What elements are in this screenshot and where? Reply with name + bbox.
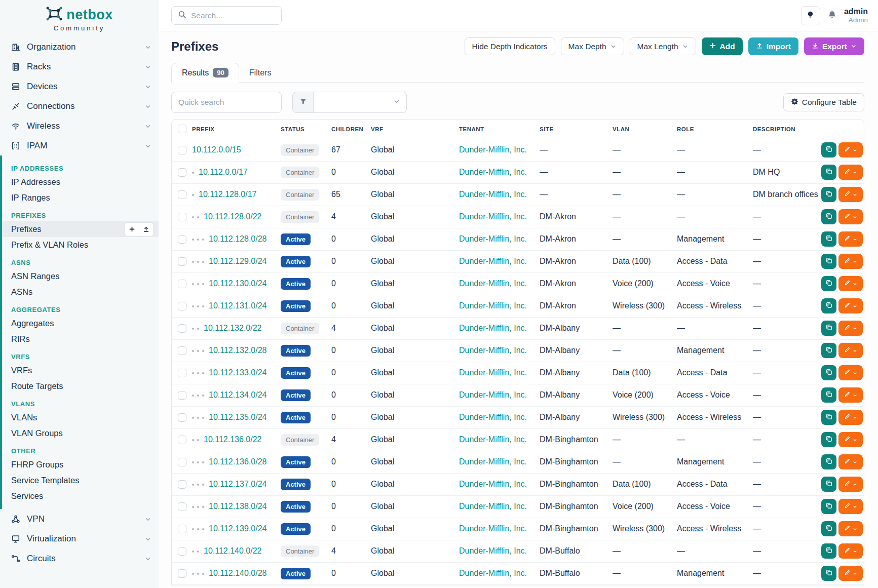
sidebar-item-fhrp-groups[interactable]: FHRP Groups [2,457,159,473]
edit-button[interactable] [838,521,863,536]
edit-button[interactable] [838,499,863,514]
children-count[interactable]: 65 [331,190,340,199]
quick-add-button[interactable] [125,222,139,237]
global-search[interactable] [171,6,282,25]
sidebar-item-prefixes[interactable]: Prefixes [2,221,159,237]
clone-button[interactable] [821,387,836,403]
row-checkbox[interactable] [178,525,186,533]
vlan-cell[interactable]: Voice (200) [613,495,677,518]
column-header-children[interactable]: CHILDREN [331,120,371,139]
column-header-status[interactable]: STATUS [281,120,331,139]
row-checkbox[interactable] [178,502,186,511]
sidebar-item-vlan-groups[interactable]: VLAN Groups [2,425,159,441]
sidebar-item-ip-addresses[interactable]: IP Addresses [2,174,159,190]
role-cell[interactable]: Access - Wireless [677,295,753,317]
children-count[interactable]: 0 [331,502,336,511]
prefix-link[interactable]: 10.112.134.0/24 [209,390,266,399]
sidebar-item-route-targets[interactable]: Route Targets [2,378,159,394]
role-cell[interactable]: Access - Voice [677,495,753,518]
sidebar-item-services[interactable]: Services [2,488,159,504]
sidebar-item-circuits[interactable]: Circuits [0,548,159,568]
edit-button[interactable] [838,254,863,269]
sidebar-item-devices[interactable]: Devices [0,76,159,96]
prefix-link[interactable]: 10.112.131.0/24 [209,301,266,310]
tab-filters[interactable]: Filters [239,64,282,82]
quick-import-button[interactable] [139,222,154,237]
site-cell[interactable]: DM-Akron [540,206,613,228]
clone-button[interactable] [821,566,836,581]
sidebar-item-vrfs[interactable]: VRFs [2,363,159,378]
clone-button[interactable] [821,165,836,180]
role-cell[interactable]: Management [677,562,753,584]
role-cell[interactable]: Access - Voice [677,272,753,295]
edit-button[interactable] [838,410,863,425]
site-cell[interactable]: DM-Binghamton [540,428,613,451]
edit-button[interactable] [838,454,863,469]
theme-toggle-button[interactable] [801,6,820,25]
prefix-link[interactable]: 10.112.138.0/24 [209,502,266,511]
role-cell[interactable]: Access - Data [677,250,753,272]
column-header-tenant[interactable]: TENANT [459,120,540,139]
tenant-link[interactable]: Dunder-Mifflin, Inc. [459,301,527,310]
role-cell[interactable]: Management [677,339,753,362]
notifications-button[interactable] [827,10,837,21]
edit-button[interactable] [838,298,863,313]
clone-button[interactable] [821,142,836,158]
tenant-link[interactable]: Dunder-Mifflin, Inc. [459,324,527,332]
clone-button[interactable] [821,432,836,447]
edit-button[interactable] [838,477,863,492]
site-cell[interactable]: DM-Akron [540,228,613,250]
edit-button[interactable] [838,566,863,581]
role-cell[interactable]: Access - Wireless [677,406,753,428]
clone-button[interactable] [821,521,836,536]
children-count[interactable]: 0 [331,368,336,377]
children-count[interactable]: 0 [331,457,336,466]
tenant-link[interactable]: Dunder-Mifflin, Inc. [459,368,527,377]
tenant-link[interactable]: Dunder-Mifflin, Inc. [459,457,527,466]
vlan-cell[interactable]: Data (100) [613,362,677,384]
role-cell[interactable]: Access - Data [677,473,753,495]
prefix-link[interactable]: 10.112.128.0/22 [204,212,261,221]
column-header-vrf[interactable]: VRF [371,120,459,139]
role-cell[interactable]: Access - Wireless [677,518,753,540]
vlan-cell[interactable]: Voice (200) [613,384,677,406]
prefix-link[interactable]: 10.112.129.0/24 [209,257,266,265]
sidebar-item-racks[interactable]: Racks [0,57,159,76]
prefix-link[interactable]: 10.112.128.0/17 [199,190,256,199]
row-checkbox[interactable] [178,569,186,578]
role-cell[interactable]: Management [677,451,753,473]
import-button[interactable]: Import [748,37,798,55]
children-count[interactable]: 0 [331,413,336,421]
clone-button[interactable] [821,209,836,224]
column-header-site[interactable]: SITE [540,120,613,139]
hide-depth-indicators-button[interactable]: Hide Depth Indicators [465,37,555,55]
children-count[interactable]: 0 [331,301,336,310]
quick-search-input[interactable] [171,92,282,113]
global-search-input[interactable] [191,11,267,20]
add-button[interactable]: Add [702,37,743,55]
max-length-dropdown[interactable]: Max Length [630,37,696,55]
row-checkbox[interactable] [178,235,186,244]
column-header-vlan[interactable]: VLAN [613,120,677,139]
edit-button[interactable] [838,165,863,180]
row-checkbox[interactable] [178,547,186,556]
edit-button[interactable] [838,187,863,202]
tenant-link[interactable]: Dunder-Mifflin, Inc. [459,145,527,154]
sidebar-item-asns[interactable]: ASNs [2,284,159,300]
saved-filter-select[interactable] [314,92,407,113]
row-checkbox[interactable] [178,458,186,466]
tenant-link[interactable]: Dunder-Mifflin, Inc. [459,212,527,221]
user-menu[interactable]: admin Admin [844,7,868,24]
vlan-cell[interactable]: Voice (200) [613,272,677,295]
children-count[interactable]: 4 [331,546,336,555]
max-depth-dropdown[interactable]: Max Depth [561,37,624,55]
sidebar-item-aggregates[interactable]: Aggregates [2,316,159,331]
children-count[interactable]: 4 [331,212,336,221]
role-cell[interactable]: Access - Voice [677,384,753,406]
vlan-cell[interactable]: Data (100) [613,250,677,272]
edit-button[interactable] [838,142,863,158]
site-cell[interactable]: DM-Binghamton [540,473,613,495]
clone-button[interactable] [821,410,836,425]
clone-button[interactable] [821,187,836,202]
tenant-link[interactable]: Dunder-Mifflin, Inc. [459,234,527,243]
